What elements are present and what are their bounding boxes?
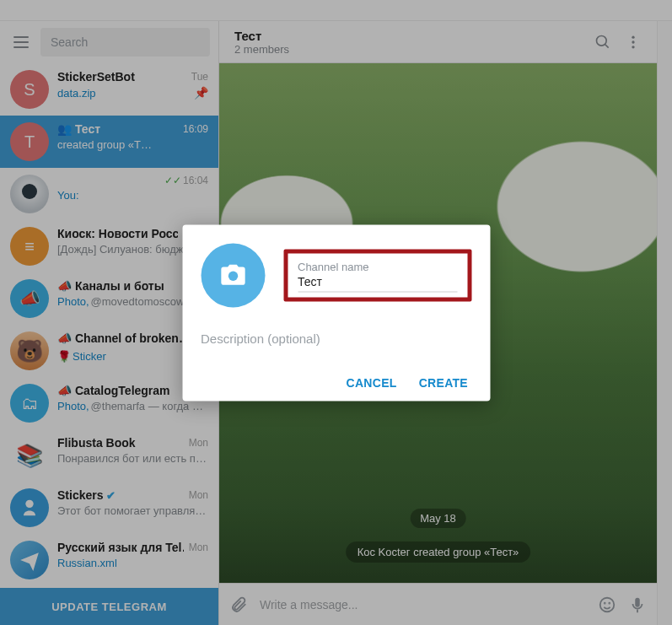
create-button[interactable]: CREATE (419, 375, 468, 389)
channel-photo-button[interactable] (201, 243, 265, 307)
new-channel-dialog: Channel name Тест Description (optional)… (182, 224, 490, 401)
svg-point-11 (228, 271, 237, 280)
channel-name-input[interactable]: Тест (298, 272, 457, 292)
channel-name-label: Channel name (298, 260, 457, 272)
channel-name-field[interactable]: Channel name Тест (283, 249, 471, 301)
channel-description-input[interactable]: Description (optional) (201, 331, 471, 350)
cancel-button[interactable]: CANCEL (347, 375, 397, 389)
